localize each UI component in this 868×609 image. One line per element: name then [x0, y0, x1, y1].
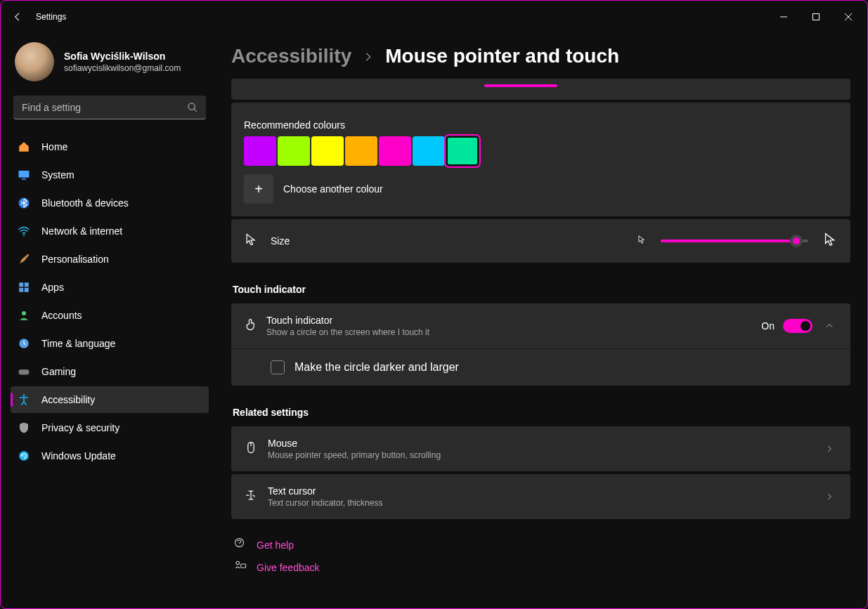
- sidebar: Sofia Wyciślik-Wilson sofiawycislikwilso…: [1, 32, 216, 608]
- apps-icon: [18, 281, 30, 294]
- chevron-right-icon: [363, 45, 374, 67]
- nav-time[interactable]: Time & language: [11, 330, 209, 357]
- touch-indicator-title: Touch indicator: [266, 315, 429, 326]
- nav-privacy[interactable]: Privacy & security: [11, 414, 209, 441]
- help-icon: [234, 537, 247, 553]
- touch-indicator-heading: Touch indicator: [233, 284, 850, 295]
- breadcrumb-parent[interactable]: Accessibility: [231, 45, 351, 67]
- cursor-arrow-icon: [244, 233, 258, 249]
- get-help-link[interactable]: Get help: [257, 539, 294, 551]
- cursor-small-icon: [637, 235, 647, 247]
- nav-gaming[interactable]: Gaming: [11, 358, 209, 385]
- darker-larger-label: Make the circle darker and larger: [294, 361, 459, 374]
- nav-label: Apps: [41, 282, 64, 293]
- nav-label: Home: [41, 141, 67, 152]
- recommended-colours-panel: Recommended colours + Choose another col…: [231, 103, 850, 216]
- touch-indicator-toggle[interactable]: [783, 319, 812, 333]
- search-input[interactable]: [13, 96, 206, 119]
- svg-point-18: [236, 561, 240, 565]
- plus-icon: +: [254, 181, 263, 197]
- svg-point-13: [23, 395, 25, 397]
- nav-label: System: [41, 169, 75, 181]
- user-name: Sofia Wyciślik-Wilson: [64, 51, 181, 62]
- touch-indicator-panel: Touch indicator Show a circle on the scr…: [231, 303, 850, 386]
- selected-style-indicator: [484, 84, 557, 87]
- size-label: Size: [271, 235, 290, 247]
- recommended-colours-heading: Recommended colours: [244, 119, 838, 131]
- svg-rect-3: [22, 178, 26, 180]
- nav-personalisation[interactable]: Personalisation: [11, 246, 209, 273]
- feedback-icon: [234, 560, 247, 575]
- text-cursor-icon: [244, 488, 258, 505]
- titlebar: Settings: [1, 1, 867, 32]
- size-slider[interactable]: [661, 240, 808, 242]
- nav-accessibility[interactable]: Accessibility: [11, 386, 209, 413]
- user-email: sofiawycislikwilson@gmail.com: [64, 63, 181, 73]
- nav-bluetooth[interactable]: Bluetooth & devices: [11, 190, 209, 216]
- colour-swatch[interactable]: [345, 136, 377, 166]
- user-block[interactable]: Sofia Wyciślik-Wilson sofiawycislikwilso…: [4, 32, 216, 96]
- nav-label: Time & language: [41, 338, 115, 349]
- related-mouse-desc: Mouse pointer speed, primary button, scr…: [268, 450, 441, 460]
- touch-indicator-options: Make the circle darker and larger: [231, 349, 850, 386]
- nav-update[interactable]: Windows Update: [11, 443, 209, 469]
- nav-home[interactable]: Home: [11, 133, 209, 160]
- svg-rect-8: [19, 288, 23, 292]
- nav-label: Network & internet: [41, 225, 122, 237]
- app-title: Settings: [36, 12, 66, 22]
- colour-swatches: [244, 136, 838, 166]
- bluetooth-icon: [18, 197, 30, 209]
- accessibility-icon: [18, 393, 30, 406]
- colour-swatch[interactable]: [379, 136, 411, 166]
- scroll-area[interactable]: Accessibility Mouse pointer and touch Re…: [216, 32, 863, 608]
- minimize-button[interactable]: [767, 3, 800, 31]
- svg-rect-12: [19, 369, 30, 375]
- search-button[interactable]: [182, 97, 203, 118]
- cursor-large-icon: [822, 232, 838, 250]
- shield-icon: [18, 421, 30, 434]
- colour-swatch[interactable]: [278, 136, 310, 166]
- maximize-button[interactable]: [800, 3, 832, 31]
- touch-indicator-desc: Show a circle on the screen where I touc…: [266, 327, 429, 337]
- size-panel: Size: [231, 219, 850, 263]
- nav-label: Bluetooth & devices: [41, 197, 129, 209]
- touch-indicator-row: Touch indicator Show a circle on the scr…: [231, 303, 850, 349]
- nav-network[interactable]: Network & internet: [11, 218, 209, 244]
- colour-style-panel: [231, 79, 850, 100]
- nav-system[interactable]: System: [11, 162, 209, 188]
- nav-accounts[interactable]: Accounts: [11, 302, 209, 329]
- colour-swatch[interactable]: [244, 136, 276, 166]
- colour-swatch[interactable]: [413, 136, 445, 166]
- person-icon: [18, 309, 30, 322]
- related-mouse-title: Mouse: [268, 438, 441, 449]
- touch-icon: [244, 317, 258, 334]
- related-text-cursor[interactable]: Text cursor Text cursor indicator, thick…: [231, 474, 850, 519]
- chevron-right-icon: [821, 440, 838, 457]
- svg-rect-7: [25, 282, 29, 287]
- nav-apps[interactable]: Apps: [11, 274, 209, 301]
- nav-label: Privacy & security: [41, 422, 119, 433]
- collapse-button[interactable]: [821, 317, 838, 334]
- choose-another-colour-button[interactable]: +: [244, 174, 273, 204]
- back-button[interactable]: [4, 3, 32, 31]
- main-content: Accessibility Mouse pointer and touch Re…: [216, 32, 867, 608]
- window-controls: [767, 3, 864, 31]
- breadcrumb: Accessibility Mouse pointer and touch: [231, 45, 850, 67]
- nav-label: Accessibility: [41, 394, 95, 405]
- svg-rect-19: [241, 564, 246, 568]
- close-button[interactable]: [832, 3, 864, 31]
- toggle-label: On: [761, 320, 775, 332]
- svg-rect-9: [25, 288, 29, 292]
- slider-thumb[interactable]: [790, 235, 803, 247]
- darker-larger-checkbox[interactable]: [271, 360, 285, 374]
- colour-swatch[interactable]: [311, 136, 344, 166]
- gamepad-icon: [18, 365, 30, 378]
- svg-rect-6: [19, 282, 23, 287]
- get-help-row: Get help: [231, 537, 850, 553]
- related-cursor-title: Text cursor: [268, 485, 382, 497]
- paintbrush-icon: [18, 253, 30, 266]
- colour-swatch[interactable]: [446, 136, 479, 166]
- nav-label: Windows Update: [41, 450, 116, 461]
- give-feedback-link[interactable]: Give feedback: [257, 562, 320, 573]
- related-mouse[interactable]: Mouse Mouse pointer speed, primary butto…: [231, 426, 850, 471]
